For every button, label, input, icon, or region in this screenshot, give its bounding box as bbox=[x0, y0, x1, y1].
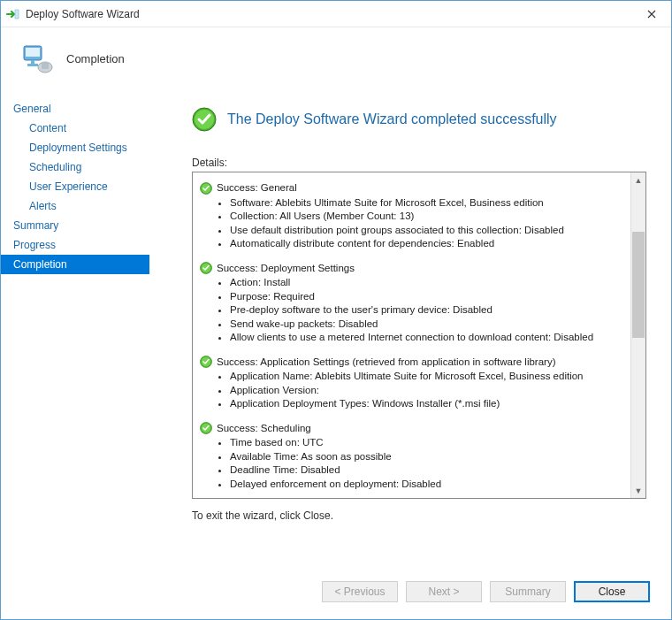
details-section-title-text: Success: Scheduling bbox=[217, 422, 311, 436]
sidebar-item-summary[interactable]: Summary bbox=[1, 216, 149, 235]
details-line: Purpose: Required bbox=[230, 290, 623, 304]
summary-button: Summary bbox=[490, 581, 566, 602]
details-section: Success: SchedulingTime based on: UTCAva… bbox=[200, 422, 623, 492]
svg-rect-0 bbox=[15, 10, 19, 19]
details-section-title: Success: Scheduling bbox=[200, 422, 623, 436]
details-line: Action: Install bbox=[230, 276, 623, 290]
scroll-track[interactable] bbox=[631, 188, 645, 483]
details-label: Details: bbox=[192, 157, 646, 169]
sidebar-item-deployment-settings[interactable]: Deployment Settings bbox=[1, 138, 149, 157]
success-check-icon bbox=[192, 107, 217, 132]
details-line: Send wake-up packets: Disabled bbox=[230, 318, 623, 332]
sidebar-item-general[interactable]: General bbox=[1, 99, 149, 119]
details-section-list: Application Name: Ablebits Ultimate Suit… bbox=[230, 370, 623, 411]
details-section-list: Software: Ablebits Ultimate Suite for Mi… bbox=[230, 196, 623, 251]
exit-note: To exit the wizard, click Close. bbox=[192, 509, 646, 522]
app-icon bbox=[6, 7, 20, 21]
svg-rect-2 bbox=[26, 48, 40, 57]
details-box: Success: GeneralSoftware: Ablebits Ultim… bbox=[192, 172, 646, 499]
window-title: Deploy Software Wizard bbox=[26, 8, 631, 20]
success-check-small-icon bbox=[200, 422, 212, 434]
page-heading: Completion bbox=[66, 52, 125, 65]
wizard-footer: < Previous Next > Summary Close bbox=[1, 563, 671, 618]
details-line: Available Time: As soon as possible bbox=[230, 450, 623, 464]
sidebar-item-content[interactable]: Content bbox=[1, 119, 149, 138]
details-line: Application Deployment Types: Windows In… bbox=[230, 397, 623, 411]
close-window-button[interactable] bbox=[631, 1, 671, 27]
wizard-main: The Deploy Software Wizard completed suc… bbox=[149, 89, 671, 563]
close-icon bbox=[647, 10, 656, 19]
success-check-small-icon bbox=[200, 356, 212, 368]
wizard-header: Completion bbox=[1, 27, 671, 89]
sidebar-item-progress[interactable]: Progress bbox=[1, 235, 149, 255]
svg-rect-4 bbox=[27, 64, 38, 66]
details-section: Success: Application Settings (retrieved… bbox=[200, 356, 623, 411]
details-line: Application Version: bbox=[230, 384, 623, 398]
svg-rect-3 bbox=[31, 60, 34, 64]
scroll-down-icon[interactable]: ▼ bbox=[631, 483, 645, 498]
titlebar: Deploy Software Wizard bbox=[1, 1, 671, 27]
wizard-sidebar: GeneralContentDeployment SettingsSchedul… bbox=[1, 89, 149, 563]
success-header: The Deploy Software Wizard completed suc… bbox=[192, 107, 646, 132]
details-section-list: Time based on: UTCAvailable Time: As soo… bbox=[230, 436, 623, 491]
details-section: Success: Deployment SettingsAction: Inst… bbox=[200, 262, 623, 345]
details-line: Collection: All Users (Member Count: 13) bbox=[230, 210, 623, 224]
next-button: Next > bbox=[406, 581, 482, 602]
svg-rect-6 bbox=[42, 62, 49, 69]
sidebar-item-alerts[interactable]: Alerts bbox=[1, 196, 149, 216]
details-section-title-text: Success: Deployment Settings bbox=[217, 262, 355, 276]
details-line: Automatically distribute content for dep… bbox=[230, 237, 623, 251]
scroll-thumb[interactable] bbox=[632, 232, 645, 338]
details-line: Time based on: UTC bbox=[230, 436, 623, 450]
success-check-small-icon bbox=[200, 182, 212, 195]
details-section-title: Success: General bbox=[200, 181, 623, 195]
details-section-title: Success: Deployment Settings bbox=[200, 262, 623, 276]
details-line: Application Name: Ablebits Ultimate Suit… bbox=[230, 370, 623, 384]
close-button[interactable]: Close bbox=[574, 581, 650, 602]
deploy-wizard-icon bbox=[19, 41, 54, 76]
sidebar-item-scheduling[interactable]: Scheduling bbox=[1, 157, 149, 177]
details-section-list: Action: InstallPurpose: RequiredPre-depl… bbox=[230, 276, 623, 345]
details-line: Delayed enforcement on deployment: Disab… bbox=[230, 478, 623, 492]
content-area: GeneralContentDeployment SettingsSchedul… bbox=[1, 89, 671, 563]
success-check-small-icon bbox=[200, 262, 212, 274]
details-section-title-text: Success: Application Settings (retrieved… bbox=[217, 356, 556, 370]
success-message: The Deploy Software Wizard completed suc… bbox=[227, 111, 557, 127]
details-line: Use default distribution point groups as… bbox=[230, 224, 623, 238]
details-line: Software: Ablebits Ultimate Suite for Mi… bbox=[230, 196, 623, 210]
details-line: Allow clients to use a metered Internet … bbox=[230, 331, 623, 345]
details-section: Success: GeneralSoftware: Ablebits Ultim… bbox=[200, 181, 623, 251]
details-scrollbar[interactable]: ▲ ▼ bbox=[630, 172, 645, 498]
details-section-title: Success: Application Settings (retrieved… bbox=[200, 356, 623, 370]
sidebar-item-completion[interactable]: Completion bbox=[1, 255, 149, 274]
details-content: Success: GeneralSoftware: Ablebits Ultim… bbox=[193, 172, 630, 498]
details-line: Pre-deploy software to the user's primar… bbox=[230, 303, 623, 318]
previous-button: < Previous bbox=[322, 581, 398, 602]
sidebar-item-user-experience[interactable]: User Experience bbox=[1, 177, 149, 196]
scroll-up-icon[interactable]: ▲ bbox=[631, 172, 645, 188]
details-line: Deadline Time: Disabled bbox=[230, 463, 623, 478]
details-section-title-text: Success: General bbox=[217, 181, 297, 195]
